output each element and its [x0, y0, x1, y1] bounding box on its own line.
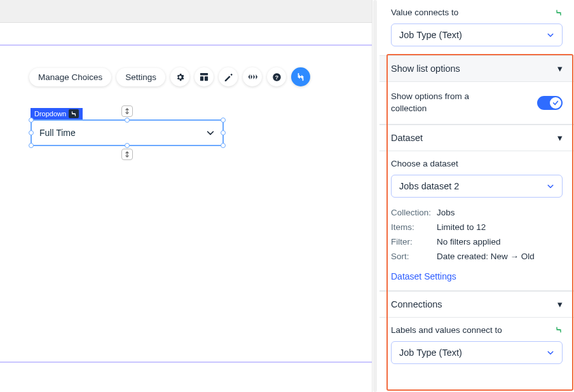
- dataset-header[interactable]: Dataset ▾: [379, 125, 574, 151]
- resize-handle[interactable]: [221, 118, 226, 123]
- dropdown-value: Full Time: [39, 128, 76, 138]
- connections-header[interactable]: Connections ▾: [379, 291, 574, 318]
- labels-values-select[interactable]: Job Type (Text): [391, 341, 563, 364]
- svg-rect-1: [200, 76, 203, 81]
- meta-key: Items:: [391, 222, 437, 232]
- svg-text:?: ?: [275, 74, 278, 80]
- meta-value: Limited to 12: [437, 222, 486, 232]
- meta-value: Jobs: [437, 208, 455, 217]
- chevron-down-icon: [206, 128, 215, 137]
- meta-items: Items: Limited to 12: [391, 220, 563, 234]
- layout-icon[interactable]: [195, 67, 214, 86]
- caret-down-icon: ▾: [557, 64, 563, 74]
- resize-handle[interactable]: [29, 143, 34, 148]
- choose-dataset-value: Jobs dataset 2: [399, 181, 459, 191]
- connect-mini-icon: [69, 109, 79, 118]
- dataset-block: Choose a dataset Jobs dataset 2 Collecti…: [379, 151, 574, 291]
- caret-down-icon: ▾: [557, 133, 563, 143]
- design-icon[interactable]: [219, 67, 238, 86]
- meta-collection: Collection: Jobs: [391, 205, 563, 220]
- resize-handle[interactable]: [221, 143, 226, 148]
- show-list-options-header[interactable]: Show list options ▾: [379, 55, 574, 82]
- connect-data-icon[interactable]: [291, 67, 310, 86]
- gear-icon[interactable]: [170, 67, 189, 86]
- dataset-settings-link[interactable]: Dataset Settings: [391, 271, 456, 281]
- selected-dropdown-element[interactable]: Dropdown Full Time: [31, 108, 224, 146]
- dataset-title: Dataset: [391, 133, 423, 143]
- help-icon[interactable]: ?: [267, 67, 286, 86]
- stretch-handle-bottom[interactable]: [121, 149, 133, 160]
- stretch-handle-top[interactable]: [121, 105, 133, 117]
- choose-dataset-select[interactable]: Jobs dataset 2: [391, 175, 563, 198]
- meta-key: Sort:: [391, 252, 437, 261]
- svg-rect-0: [200, 73, 208, 76]
- show-options-toggle[interactable]: [537, 96, 563, 110]
- binding-indicator-icon[interactable]: [555, 326, 563, 334]
- settings-button[interactable]: Settings: [116, 68, 165, 86]
- resize-handle[interactable]: [29, 130, 34, 135]
- value-connects-block: Value connects to Job Type (Text): [379, 0, 574, 55]
- binding-indicator-icon[interactable]: [555, 9, 563, 17]
- value-connects-select[interactable]: Job Type (Text): [391, 24, 563, 46]
- resize-handle[interactable]: [125, 143, 130, 148]
- chevron-down-icon: [547, 349, 554, 356]
- caret-down-icon: ▾: [557, 299, 563, 309]
- element-tag-label: Dropdown: [34, 110, 66, 118]
- resize-handle[interactable]: [221, 130, 226, 135]
- animation-icon[interactable]: [243, 67, 262, 86]
- meta-value: Date created: New → Old: [437, 252, 535, 261]
- meta-key: Collection:: [391, 208, 437, 217]
- dropdown-control[interactable]: Full Time: [31, 119, 224, 146]
- resize-handle[interactable]: [29, 118, 34, 123]
- meta-sort: Sort: Date created: New → Old: [391, 249, 563, 264]
- toggle-knob: [550, 97, 561, 109]
- labels-values-block: Labels and values connect to Job Type (T…: [379, 318, 574, 373]
- show-options-from-collection-row: Show options from a collection: [379, 82, 574, 125]
- editor-canvas[interactable]: Manage Choices Settings ? Dropdown Ful: [0, 0, 372, 392]
- labels-values-label: Labels and values connect to: [391, 325, 502, 335]
- canvas-top-band: [0, 0, 372, 23]
- connections-title: Connections: [391, 299, 442, 309]
- chevron-down-icon: [547, 182, 554, 190]
- show-options-from-collection-label: Show options from a collection: [391, 91, 493, 115]
- meta-key: Filter:: [391, 237, 437, 247]
- meta-value: No filters applied: [437, 237, 501, 247]
- settings-panel: Value connects to Job Type (Text) Show l…: [379, 0, 574, 392]
- panel-scrollbar[interactable]: [373, 0, 377, 392]
- value-connects-value: Job Type (Text): [399, 30, 462, 40]
- labels-values-value: Job Type (Text): [399, 348, 462, 358]
- value-connects-label: Value connects to: [391, 8, 458, 17]
- canvas-section: [0, 44, 372, 363]
- chevron-down-icon: [547, 31, 554, 39]
- svg-rect-2: [205, 76, 208, 81]
- element-tag: Dropdown: [31, 108, 83, 119]
- meta-filter: Filter: No filters applied: [391, 234, 563, 249]
- show-list-options-title: Show list options: [391, 64, 460, 74]
- choose-dataset-label: Choose a dataset: [391, 159, 458, 168]
- resize-handle[interactable]: [125, 118, 130, 123]
- element-toolbar: Manage Choices Settings ?: [29, 67, 310, 86]
- manage-choices-button[interactable]: Manage Choices: [29, 68, 111, 86]
